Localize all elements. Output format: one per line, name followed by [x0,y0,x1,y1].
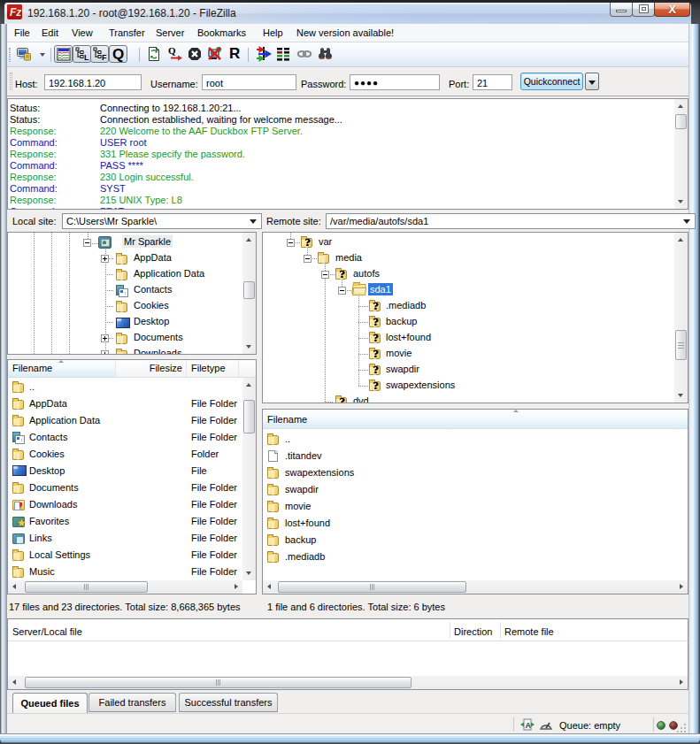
svg-text:A: A [526,721,532,730]
svg-text:Fz: Fz [10,6,21,19]
svg-text:F: F [102,53,107,61]
svg-text:Q: Q [168,46,176,56]
svg-text:L: L [84,53,89,61]
